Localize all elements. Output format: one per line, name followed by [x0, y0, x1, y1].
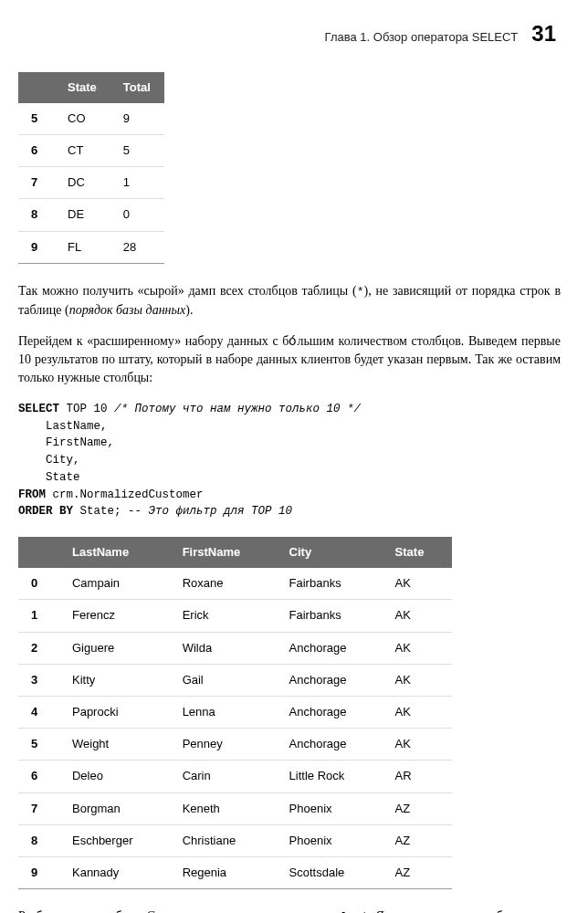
code-comment: -- Это фильтр для TOP 10 [128, 505, 292, 518]
col-lastname: LastName [59, 537, 170, 568]
table-row: 7BorgmanKenethPhoenixAZ [18, 792, 452, 824]
col-index [18, 537, 59, 568]
table-cell: Roxane [170, 568, 277, 600]
table-cell: Anchorage [277, 729, 383, 761]
table-cell: AR [383, 761, 452, 792]
state-total-table: State Total 5CO96CT57DC18DE09FL28 [18, 72, 164, 264]
table-cell: 1 [18, 600, 59, 632]
table-cell: AZ [383, 856, 452, 888]
table-cell: 9 [18, 231, 55, 263]
code-text: crm.NormalizedCustomer [46, 488, 204, 501]
table-cell: Christiane [170, 824, 277, 856]
table-cell: CT [55, 134, 110, 166]
table-cell: Carin [170, 761, 277, 792]
table-cell: 9 [110, 103, 164, 135]
table-cell: Kannady [59, 856, 170, 888]
page-number: 31 [531, 18, 556, 49]
table-cell: Eschberger [59, 824, 170, 856]
table-cell: 7 [18, 792, 59, 824]
table-cell: Regenia [170, 856, 277, 888]
table-cell: 28 [110, 231, 164, 263]
table-cell: Little Rock [277, 761, 383, 792]
table-cell: 4 [18, 696, 59, 728]
paragraph-2: Перейдем к «расширенному» набору данных … [18, 332, 561, 388]
table-cell: AZ [383, 792, 452, 824]
table-row: 4PaprockiLennaAnchorageAK [18, 696, 452, 728]
page-header: Глава 1. Обзор оператора SELECT 31 [18, 18, 561, 49]
keyword: ORDER BY [18, 505, 73, 518]
col-state: State [55, 72, 110, 103]
table-cell: AK [383, 632, 452, 664]
table-row: 2GiguereWildaAnchorageAK [18, 632, 452, 664]
table-row: 5CO9 [18, 103, 164, 135]
table-cell: Anchorage [277, 632, 383, 664]
table-cell: Gail [170, 664, 277, 696]
table-cell: Wilda [170, 632, 277, 664]
table-cell: Erick [170, 600, 277, 632]
table-row: 8EschbergerChristianePhoenixAZ [18, 824, 452, 856]
paragraph-1: Так можно получить «сырой» дамп всех сто… [18, 282, 561, 320]
table-cell: Paprocki [59, 696, 170, 728]
table-cell: Anchorage [277, 696, 383, 728]
table-cell: Ferencz [59, 600, 170, 632]
table-cell: CO [55, 103, 110, 135]
table-cell: 0 [18, 568, 59, 600]
table-cell: 8 [18, 824, 59, 856]
table-cell: Deleo [59, 761, 170, 792]
table-row: 5WeightPenneyAnchorageAK [18, 729, 452, 761]
italic-term: порядок базы данных [69, 303, 186, 317]
table-cell: 7 [18, 167, 55, 199]
table-row: 1FerenczErickFairbanksAK [18, 600, 452, 632]
chapter-title: Глава 1. Обзор оператора SELECT [325, 29, 519, 46]
table-cell: AK [383, 729, 452, 761]
table-cell: AZ [383, 824, 452, 856]
code-line: LastName, [18, 420, 108, 433]
table-row: 9FL28 [18, 231, 164, 263]
table-row: 8DE0 [18, 199, 164, 231]
asterisk: * [357, 285, 364, 299]
text: Так можно получить «сырой» дамп всех сто… [18, 284, 357, 298]
text: ). [185, 303, 193, 317]
table-cell: Phoenix [277, 792, 383, 824]
table-cell: Penney [170, 729, 277, 761]
table-header-row: State Total [18, 72, 164, 103]
code-line: FirstName, [18, 436, 114, 449]
table-row: 6CT5 [18, 134, 164, 166]
keyword: SELECT [18, 403, 59, 415]
paragraph-3: Разберемся подробнее. Сначала рассмотрим… [18, 908, 561, 913]
table-cell: Borgman [59, 792, 170, 824]
keyword: FROM [18, 488, 46, 501]
code-comment: /* Потому что нам нужно только 10 */ [114, 403, 361, 415]
text: Разберемся подробнее. Сначала рассмотрим… [18, 909, 326, 913]
code-line: City, [18, 454, 80, 467]
table-cell: Fairbanks [277, 568, 383, 600]
table-row: 9KannadyRegeniaScottsdaleAZ [18, 856, 452, 888]
table-cell: AK [383, 696, 452, 728]
table-cell: 6 [18, 134, 55, 166]
table-cell: 8 [18, 199, 55, 231]
col-firstname: FirstName [170, 537, 277, 568]
table-cell: 9 [18, 856, 59, 888]
table-cell: Giguere [59, 632, 170, 664]
col-city: City [277, 537, 383, 568]
table-cell: Phoenix [277, 824, 383, 856]
code-text: TOP 10 [59, 403, 114, 415]
table-row: 0CampainRoxaneFairbanksAK [18, 568, 452, 600]
code-line: State [18, 471, 80, 484]
table-cell: Scottsdale [277, 856, 383, 888]
table-cell: 5 [18, 729, 59, 761]
table-row: 3KittyGailAnchorageAK [18, 664, 452, 696]
table-cell: Keneth [170, 792, 277, 824]
table-cell: Lenna [170, 696, 277, 728]
table-cell: AK [383, 600, 452, 632]
table-cell: Campain [59, 568, 170, 600]
table-cell: 6 [18, 761, 59, 792]
customer-table: LastName FirstName City State 0CampainRo… [18, 537, 452, 889]
table-cell: Anchorage [277, 664, 383, 696]
table-cell: DC [55, 167, 110, 199]
table-header-row: LastName FirstName City State [18, 537, 452, 568]
col-state: State [383, 537, 452, 568]
col-index [18, 72, 55, 103]
sql-code-block: SELECT TOP 10 /* Потому что нам нужно то… [18, 401, 561, 520]
table-cell: AK [383, 664, 452, 696]
